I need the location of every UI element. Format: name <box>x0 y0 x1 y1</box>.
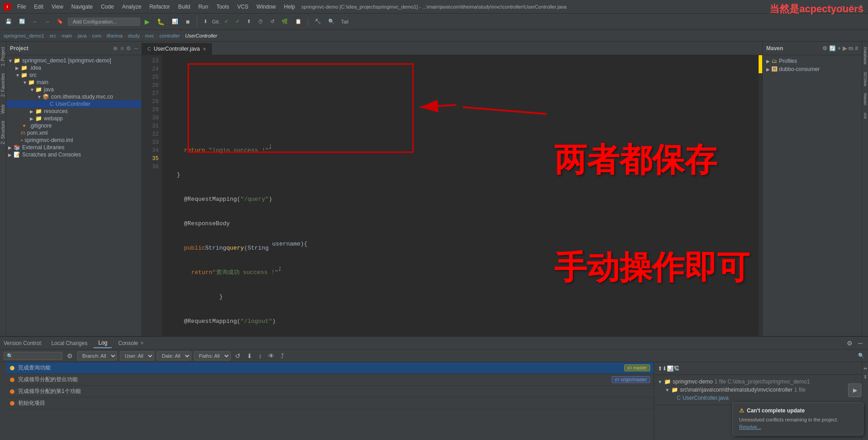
stop-button[interactable]: ⏹ <box>183 18 193 25</box>
maven-m-icon[interactable]: m <box>849 45 854 52</box>
bc-class[interactable]: UserController <box>185 33 217 38</box>
project-collapse-icon[interactable]: ≡ <box>120 45 123 52</box>
console-tab-close[interactable]: ✕ <box>140 341 144 345</box>
commit-button[interactable]: ✓ <box>222 18 231 25</box>
build-project-button[interactable]: 🔨 <box>312 18 324 25</box>
push-button[interactable]: ✓ <box>233 18 242 25</box>
annotate-button[interactable]: 📋 <box>292 18 304 25</box>
tree-src[interactable]: ▼ 📁 src <box>6 71 142 79</box>
commit-search-input[interactable] <box>4 352 62 360</box>
maven-settings-icon[interactable]: ⚙ <box>822 45 827 52</box>
back-button[interactable]: ← <box>30 18 40 25</box>
usercontroller-file-item[interactable]: C UserController.java <box>658 394 858 402</box>
bottom-settings-icon[interactable]: ⚙ <box>845 339 854 348</box>
console-tab[interactable]: Console ✕ <box>113 339 148 348</box>
springmvc-demo-item[interactable]: ▼ 📁 springmvc-demo 1 file C:\idea_projec… <box>658 378 858 386</box>
date-filter[interactable]: Date: All <box>157 351 191 360</box>
menu-help[interactable]: Help <box>280 3 299 11</box>
tree-package[interactable]: ▼ 📦 com.itheima.study.mvc.co <box>6 93 142 100</box>
maven-profiles-item[interactable]: ▶ 🗂 Profiles <box>763 57 862 65</box>
scview-tab[interactable]: SCView <box>862 68 868 90</box>
run-config-dropdown[interactable]: Add Configuration... <box>68 18 140 26</box>
web-tool-window-button[interactable]: Web <box>0 101 6 117</box>
tree-ext-libs[interactable]: ▶ 📚 External Libraries <box>6 144 142 151</box>
maven-refresh-icon[interactable]: 🔄 <box>829 45 836 52</box>
fetch-button[interactable]: ⬆ <box>244 18 254 25</box>
tree-scratches[interactable]: ▶ 📝 Scratches and Consoles <box>6 151 142 158</box>
forward-button[interactable]: → <box>42 18 52 25</box>
bc-main[interactable]: main <box>61 33 72 38</box>
commit-row-3[interactable]: 完成领导分配的第1个功能 <box>6 386 654 397</box>
menu-refactor[interactable]: Refactor <box>146 3 174 11</box>
collapse-icon[interactable]: ⇕ <box>862 373 868 381</box>
branches-button[interactable]: 🌿 <box>279 18 291 25</box>
favorites-tool-window-button[interactable]: 2: Favorites <box>0 70 6 100</box>
search-everywhere-button[interactable]: 🔍 <box>326 18 337 25</box>
run-button[interactable]: ▶ <box>142 17 152 26</box>
menu-tools[interactable]: Tools <box>213 3 233 11</box>
bookmark-button[interactable]: 🔖 <box>54 18 66 25</box>
commit-row-1[interactable]: 完成查询功能 🏷 master <box>6 362 654 374</box>
project-minimize-icon[interactable]: ─ <box>134 45 138 52</box>
history-button[interactable]: ⏱ <box>255 18 266 25</box>
run-with-coverage-button[interactable]: 📊 <box>169 18 181 25</box>
database-tab[interactable]: Database <box>862 43 868 68</box>
tab-close-icon[interactable]: ✕ <box>203 47 206 52</box>
menu-edit[interactable]: Edit <box>30 3 47 11</box>
fetch-log-icon[interactable]: ⬇ <box>245 351 254 360</box>
tree-usercontroller[interactable]: C UserController <box>6 100 142 108</box>
tree-resources[interactable]: ▶ 📁 resources <box>6 108 142 115</box>
project-settings-icon[interactable]: ⚙ <box>126 45 131 52</box>
bc-controller[interactable]: controller <box>160 33 180 38</box>
local-changes-tab[interactable]: Local Changes <box>47 339 92 348</box>
sort-icon[interactable]: ↕ <box>257 351 264 360</box>
paths-filter[interactable]: Paths: All <box>194 351 231 360</box>
eye-icon[interactable]: 👁 <box>266 351 276 360</box>
menu-file[interactable]: File <box>14 3 29 11</box>
menu-run[interactable]: Run <box>195 3 212 11</box>
menu-view[interactable]: View <box>48 3 67 11</box>
bc-root[interactable]: springmvc_demo1 <box>4 33 44 38</box>
menu-analyze[interactable]: Analyze <box>118 3 145 11</box>
tree-webapp[interactable]: ▶ 📁 webapp <box>6 115 142 122</box>
maven-side-tab[interactable]: Maven <box>862 90 868 109</box>
bc-study[interactable]: study <box>128 33 140 38</box>
branch-arrow-icon[interactable]: ⤴ <box>279 351 286 360</box>
commit-row-4[interactable]: 初始化项目 <box>6 397 654 409</box>
maven-hash-icon[interactable]: # <box>855 45 858 52</box>
project-locate-icon[interactable]: ⊕ <box>113 45 118 52</box>
debug-button[interactable]: 🐛 <box>154 17 167 26</box>
maven-run-icon[interactable]: ▶ <box>843 45 847 52</box>
project-tool-window-button[interactable]: 1: Project <box>0 43 6 70</box>
menu-build[interactable]: Build <box>175 3 194 11</box>
branch-filter[interactable]: Branch: All <box>77 351 117 360</box>
bc-mvc[interactable]: mvc <box>145 33 154 38</box>
user-filter[interactable]: User: All <box>120 351 154 360</box>
sync-button[interactable]: 🔄 <box>16 18 28 25</box>
ant-tab[interactable]: Ant <box>862 109 868 123</box>
structure-tool-window-button[interactable]: Z: Structure <box>0 117 6 148</box>
menu-navigate[interactable]: Navigate <box>68 3 96 11</box>
alert-resolve-link[interactable]: Resolve... <box>739 424 761 430</box>
bc-java[interactable]: java <box>77 33 86 38</box>
bc-itheima[interactable]: itheima <box>107 33 123 38</box>
refresh-log-icon[interactable]: ↺ <box>233 351 242 360</box>
menu-window[interactable]: Window <box>253 3 279 11</box>
tree-pom[interactable]: m pom.xml <box>6 129 142 137</box>
save-all-button[interactable]: 💾 <box>3 18 14 25</box>
tree-iml[interactable]: ▪ springmvc-demo.iml <box>6 137 142 144</box>
menu-code[interactable]: Code <box>97 3 118 11</box>
expand-icon[interactable]: ⇔ <box>862 364 868 373</box>
tree-root[interactable]: ▼ 📁 springmvc_demo1 [springmvc-demo] <box>6 57 142 64</box>
log-tab[interactable]: Log <box>94 338 112 348</box>
rollback-button[interactable]: ↺ <box>268 18 277 25</box>
play-button[interactable]: ▶ <box>848 383 862 397</box>
bottom-minimize-icon[interactable]: ─ <box>856 339 864 348</box>
tree-main[interactable]: ▼ 📁 main <box>6 79 142 86</box>
commit-row-2[interactable]: 完成领导分配的登出功能 🏷 origin/master <box>6 374 654 386</box>
src-main-item[interactable]: ▼ 📁 src\main\java\com\itheima\study\mvc\… <box>658 386 858 394</box>
git-update-button[interactable]: ⬇ <box>201 18 210 25</box>
editor-tab-usercontroller[interactable]: C UserController.java ✕ <box>142 43 212 55</box>
tree-java[interactable]: ▼ 📁 java <box>6 86 142 93</box>
bc-src[interactable]: src <box>50 33 57 38</box>
